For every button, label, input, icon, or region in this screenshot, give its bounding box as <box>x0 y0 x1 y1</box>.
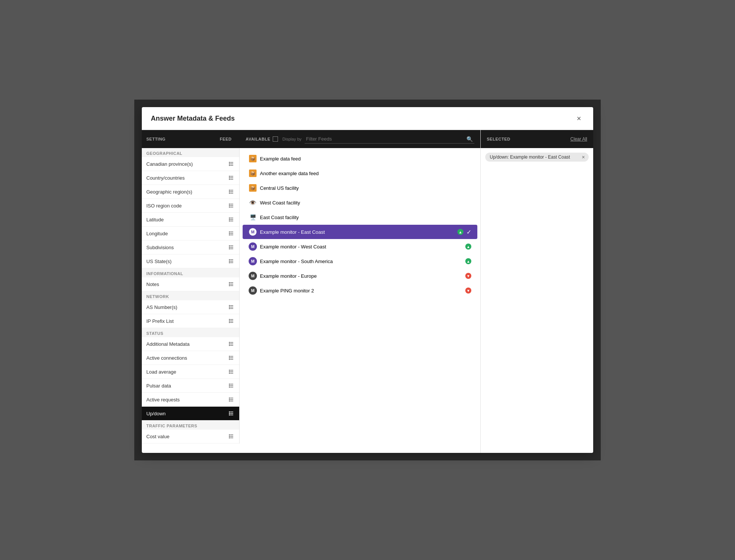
feed-icon-feed-6: M <box>249 228 257 236</box>
feed-name-feed-5: East Coast facility <box>260 215 471 220</box>
sidebar-feed-icon-additional-metadata[interactable] <box>227 340 235 348</box>
feed-item-feed-9[interactable]: MExample monitor - Europe▼ <box>243 269 477 283</box>
sidebar-feed-icon-active-requests[interactable] <box>227 396 235 403</box>
sidebar-item-pulsar-data[interactable]: Pulsar data <box>142 379 239 393</box>
feed-icon-feed-10: M <box>249 286 257 295</box>
select-all-checkbox[interactable] <box>273 136 278 142</box>
svg-point-76 <box>229 359 230 360</box>
sidebar-item-cost-value[interactable]: Cost value <box>142 430 239 443</box>
sidebar-feed-icon-pulsar-data[interactable] <box>227 382 235 389</box>
svg-point-96 <box>229 412 230 413</box>
feed-checkmark-feed-6: ✓ <box>466 229 471 236</box>
feeds-panel: AVAILABLE Display by 🔍 📦Example data fee… <box>240 130 480 453</box>
modal-body: SETTING FEED GEOGRAPHICALCanadian provin… <box>142 130 593 453</box>
sidebar-feed-icon-geographic-region[interactable] <box>227 188 235 195</box>
feed-name-feed-9: Example monitor - Europe <box>260 273 462 279</box>
sidebar-item-additional-metadata[interactable]: Additional Metadata <box>142 337 239 351</box>
feed-name-feed-4: West Coast facility <box>260 200 471 206</box>
sidebar-feed-icon-load-average[interactable] <box>227 368 235 375</box>
sidebar-feed-icon-ip-prefix[interactable] <box>227 317 235 325</box>
sidebar-item-label-country: Country/countries <box>146 175 185 181</box>
svg-point-4 <box>229 165 230 166</box>
modal-header: Answer Metadata & Feeds × <box>142 107 593 130</box>
close-button[interactable]: × <box>574 113 584 124</box>
sidebar-item-load-average[interactable]: Load average <box>142 365 239 379</box>
sidebar-item-label-cost-value: Cost value <box>146 434 169 439</box>
sidebar-feed-icon-subdivisions[interactable] <box>227 244 235 251</box>
selected-tag-remove-sel-1[interactable]: × <box>582 154 585 160</box>
svg-point-20 <box>229 205 230 206</box>
clear-all-button[interactable]: Clear All <box>570 136 587 142</box>
svg-point-16 <box>229 193 230 194</box>
sidebar-item-updown[interactable]: Up/down <box>142 407 239 421</box>
selected-panel: SELECTED Clear All Up/down: Example moni… <box>480 130 593 453</box>
sidebar-item-longitude[interactable]: Longitude <box>142 227 239 241</box>
feed-name-feed-6: Example monitor - East Coast <box>260 229 454 235</box>
modal-title: Answer Metadata & Feeds <box>151 115 235 123</box>
svg-point-2 <box>229 163 230 165</box>
feed-item-feed-8[interactable]: MExample monitor - South America▲ <box>243 254 477 268</box>
sidebar-item-geographic-region[interactable]: Geographic region(s) <box>142 185 239 199</box>
sidebar-feed-icon-cost-value[interactable] <box>227 433 235 440</box>
sidebar-item-notes[interactable]: Notes <box>142 277 239 291</box>
feed-item-feed-3[interactable]: 📦Central US facility <box>243 181 477 195</box>
sidebar-item-as-number[interactable]: AS Number(s) <box>142 300 239 314</box>
feed-name-feed-8: Example monitor - South America <box>260 259 462 264</box>
sidebar-feed-icon-iso-region[interactable] <box>227 202 235 209</box>
sidebar-item-ip-prefix[interactable]: IP Prefix List <box>142 314 239 328</box>
feed-status-feed-9: ▼ <box>465 273 471 279</box>
filter-feeds-input[interactable] <box>305 135 474 144</box>
sidebar-item-active-requests[interactable]: Active requests <box>142 393 239 407</box>
svg-point-100 <box>229 415 230 416</box>
feed-item-feed-6[interactable]: MExample monitor - East Coast▲✓ <box>243 225 477 239</box>
sidebar-feed-icon-canadian-province[interactable] <box>227 160 235 168</box>
search-icon: 🔍 <box>466 136 473 142</box>
sidebar-item-iso-region[interactable]: ISO region code <box>142 199 239 213</box>
feed-item-feed-5[interactable]: 🖥️East Coast facility <box>243 210 477 224</box>
sidebar-feed-icon-updown[interactable] <box>227 410 235 417</box>
feed-icon-feed-5: 🖥️ <box>249 213 257 221</box>
feed-item-feed-2[interactable]: 📦Another example data feed <box>243 166 477 180</box>
feed-item-feed-1[interactable]: 📦Example data feed <box>243 151 477 166</box>
svg-point-24 <box>229 218 230 219</box>
sidebar-feed-icon-country[interactable] <box>227 174 235 182</box>
feed-item-feed-4[interactable]: 👁️West Coast facility <box>243 195 477 210</box>
svg-point-46 <box>229 262 230 263</box>
svg-point-6 <box>229 176 230 177</box>
svg-point-86 <box>229 385 230 386</box>
sidebar-feed-icon-latitude[interactable] <box>227 216 235 223</box>
feed-item-feed-7[interactable]: MExample monitor - West Coast▲ <box>243 239 477 254</box>
sidebar-feed-icon-as-number[interactable] <box>227 303 235 311</box>
svg-point-10 <box>229 179 230 180</box>
sidebar-item-us-state[interactable]: US State(s) <box>142 254 239 268</box>
feeds-list: 📦Example data feed📦Another example data … <box>240 148 480 453</box>
svg-point-78 <box>229 370 230 371</box>
sidebar-item-label-active-requests: Active requests <box>146 397 180 403</box>
feed-icon-feed-2: 📦 <box>249 169 257 177</box>
sidebar-item-canadian-province[interactable]: Canadian province(s) <box>142 157 239 171</box>
sidebar-section-traffic-parameters: TRAFFIC PARAMETERS <box>142 421 239 430</box>
sidebar-item-country[interactable]: Country/countries <box>142 171 239 185</box>
sidebar-item-subdivisions[interactable]: Subdivisions <box>142 241 239 254</box>
feeds-search-area: Display by 🔍 <box>282 135 474 144</box>
feed-status-feed-10: ▼ <box>465 288 471 294</box>
svg-point-28 <box>229 221 230 222</box>
feed-icon-feed-7: M <box>249 242 257 251</box>
sidebar-item-active-connections[interactable]: Active connections <box>142 351 239 365</box>
available-label: AVAILABLE <box>246 136 278 142</box>
feed-item-feed-10[interactable]: MExample PING monitor 2▼ <box>243 283 477 298</box>
sidebar-item-label-pulsar-data: Pulsar data <box>146 383 171 389</box>
sidebar-feed-icon-longitude[interactable] <box>227 230 235 237</box>
sidebar-feed-icon-us-state[interactable] <box>227 257 235 265</box>
svg-point-92 <box>229 399 230 400</box>
modal: Answer Metadata & Feeds × SETTING FEED G… <box>142 107 593 453</box>
feed-status-feed-8: ▲ <box>465 258 471 265</box>
sidebar-section-network: NETWORK <box>142 291 239 300</box>
sidebar-feed-icon-active-connections[interactable] <box>227 354 235 362</box>
sidebar-item-label-as-number: AS Number(s) <box>146 304 177 310</box>
sidebar-feed-icon-notes[interactable] <box>227 280 235 288</box>
svg-point-62 <box>229 321 230 322</box>
svg-point-12 <box>229 190 230 191</box>
svg-point-90 <box>229 398 230 399</box>
sidebar-item-latitude[interactable]: Latitude <box>142 213 239 227</box>
